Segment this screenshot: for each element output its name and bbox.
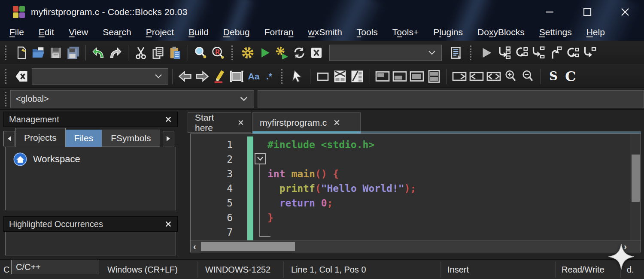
menu-fortran[interactable]: Fortran <box>264 27 294 37</box>
toolbar-grip[interactable] <box>5 92 7 106</box>
workspace-tree-item[interactable]: Workspace <box>6 147 176 166</box>
tabs-scroll-right-button[interactable] <box>163 131 174 146</box>
regex-button[interactable]: .* <box>262 67 276 86</box>
wxsmith-panel-bottom-button[interactable] <box>391 67 408 86</box>
close-button[interactable] <box>606 0 644 24</box>
step-out-button[interactable] <box>547 43 564 62</box>
zoom-out-button[interactable] <box>519 67 537 86</box>
wxsmith-window-button[interactable] <box>314 67 331 86</box>
menu-build[interactable]: Build <box>188 27 209 37</box>
vertical-scrollbar-thumb[interactable] <box>632 155 640 202</box>
run-to-cursor-button[interactable] <box>495 43 512 62</box>
save-button[interactable] <box>47 43 64 62</box>
abort-build-button[interactable] <box>308 43 325 62</box>
toolbar-grip[interactable] <box>231 45 236 60</box>
zoom-in-button[interactable] <box>502 67 519 86</box>
build-button[interactable] <box>239 43 256 62</box>
search-back-button[interactable] <box>176 67 194 86</box>
minimize-button[interactable] <box>531 0 568 24</box>
wxsmith-box-right-button[interactable] <box>451 67 468 86</box>
editor-tab-start-here[interactable]: Start here <box>188 112 251 133</box>
fold-marker[interactable] <box>255 153 266 164</box>
menu-project[interactable]: Project <box>146 27 174 37</box>
tab-fsymbols[interactable]: FSymbols <box>102 130 160 147</box>
horizontal-scrollbar-thumb[interactable] <box>201 242 295 251</box>
wxsmith-panel-split-button[interactable] <box>425 67 443 86</box>
copy-button[interactable] <box>149 43 167 62</box>
vertical-scrollbar[interactable] <box>630 134 641 241</box>
wxsmith-box-left-button[interactable] <box>468 67 485 86</box>
menu-doxyblocks[interactable]: DoxyBlocks <box>477 27 525 37</box>
run-button[interactable] <box>256 43 273 62</box>
selected-text-button[interactable] <box>228 67 245 86</box>
horizontal-scrollbar[interactable]: ‹ › <box>191 240 641 252</box>
redo-button[interactable] <box>107 43 124 62</box>
scroll-left-arrow[interactable]: ‹ <box>193 242 196 252</box>
menu-view[interactable]: View <box>69 27 88 37</box>
debug-continue-button[interactable] <box>478 43 495 62</box>
highlight-occurrences-button[interactable] <box>211 67 228 86</box>
menu-settings[interactable]: Settings <box>539 27 572 37</box>
workspace-label: Workspace <box>33 154 80 165</box>
tab-files[interactable]: Files <box>66 130 102 147</box>
wxsmith-box-both-button[interactable] <box>485 67 502 86</box>
codeblocks-logo <box>13 6 25 18</box>
close-tab-icon[interactable] <box>334 119 340 126</box>
maximize-button[interactable] <box>568 0 606 24</box>
wxsmith-panel-topleft-button[interactable] <box>374 67 391 86</box>
debug-continue-icon <box>479 45 494 60</box>
show-compiler-messages-button[interactable] <box>448 43 465 62</box>
close-tab-icon[interactable] <box>238 119 244 126</box>
wxsmith-sizer-button[interactable] <box>331 67 349 86</box>
close-icon[interactable] <box>164 220 172 228</box>
menu-plugins[interactable]: Plugins <box>433 27 463 37</box>
find-button[interactable] <box>192 43 209 62</box>
paste-button[interactable] <box>167 43 184 62</box>
next-instruction-button[interactable] <box>564 43 581 62</box>
status-language-box[interactable]: C/C++ <box>11 260 99 274</box>
wxsmith-pointer-button[interactable] <box>289 67 306 86</box>
wxsmith-panel-center-button[interactable] <box>408 67 425 86</box>
tab-fsymbols-label: FSymbols <box>111 133 151 143</box>
incremental-search-combo[interactable] <box>32 68 168 85</box>
wxsmith-flex-sizer-button[interactable] <box>349 67 366 86</box>
menu-search[interactable]: Search <box>103 27 131 37</box>
toolbar-separator <box>172 69 173 84</box>
search-forward-button[interactable] <box>194 67 211 86</box>
code-editor[interactable]: 1234567 #include <stdio.h>int main() { p… <box>190 133 641 252</box>
build-and-run-button[interactable] <box>273 43 291 62</box>
toolbar-grip[interactable] <box>470 45 474 60</box>
menu-edit[interactable]: Edit <box>39 27 54 37</box>
menu-file[interactable]: File <box>9 27 24 37</box>
tabs-scroll-left-button[interactable] <box>3 131 15 146</box>
build-target-combo[interactable] <box>329 45 442 61</box>
close-icon[interactable] <box>164 115 172 123</box>
undo-button[interactable] <box>90 43 107 62</box>
symbol-combo[interactable] <box>258 90 644 108</box>
toolbar-grip[interactable] <box>5 45 9 60</box>
cut-button[interactable] <box>132 43 149 62</box>
tab-projects[interactable]: Projects <box>15 128 66 147</box>
incremental-search-clear-button[interactable] <box>13 67 30 86</box>
cut-icon <box>134 45 148 60</box>
step-into-button[interactable] <box>529 43 547 62</box>
toolbar-grip[interactable] <box>5 69 9 84</box>
wxsmith-c-button[interactable]: C <box>562 67 579 86</box>
menu-debug[interactable]: Debug <box>223 27 250 37</box>
replace-button[interactable]: R <box>209 43 226 62</box>
wxsmith-s-button[interactable]: S <box>545 67 562 86</box>
new-file-button[interactable] <box>13 43 30 62</box>
editor-tab-myfirstprogram[interactable]: myfirstprogram.c <box>252 112 361 133</box>
scope-combo[interactable]: <global> <box>10 90 254 108</box>
save-all-button[interactable] <box>64 43 82 62</box>
menu-help[interactable]: Help <box>586 27 605 37</box>
open-file-button[interactable] <box>30 43 47 62</box>
rebuild-button[interactable] <box>291 43 308 62</box>
next-line-button[interactable] <box>512 43 529 62</box>
toolbar-grip[interactable] <box>281 69 286 84</box>
menu-tools[interactable]: Tools+ <box>392 27 419 37</box>
step-into-instruction-button[interactable] <box>581 43 598 62</box>
match-case-button[interactable]: Aa <box>245 67 262 86</box>
menu-tools[interactable]: Tools <box>357 27 378 37</box>
menu-wxsmith[interactable]: wxSmith <box>308 27 342 37</box>
